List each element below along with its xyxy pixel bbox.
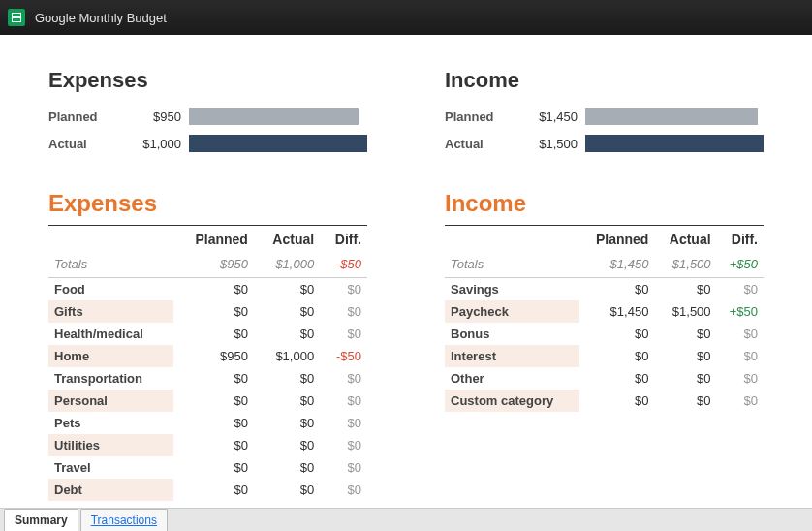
divider: [48, 225, 367, 226]
table-row[interactable]: Transportation$0$0$0: [48, 367, 367, 390]
row-diff: $0: [717, 345, 764, 367]
row-diff: $0: [717, 367, 764, 390]
table-row[interactable]: Home$950$1,000-$50: [48, 345, 367, 367]
row-planned: $0: [173, 300, 254, 323]
table-row[interactable]: Debt$0$0$0: [48, 479, 367, 501]
row-label: Other: [445, 367, 579, 390]
row-label: Gifts: [48, 300, 173, 323]
income-actual-value: $1,500: [532, 137, 585, 151]
table-row[interactable]: Personal$0$0$0: [48, 390, 367, 412]
income-bar-title: Income: [445, 68, 764, 93]
income-actual-label: Actual: [445, 137, 532, 151]
left-column: Expenses Planned $950 Actual $1,000 Expe…: [48, 68, 367, 501]
table-row[interactable]: Other$0$0$0: [445, 367, 764, 390]
window-title: Google Monthly Budget: [35, 11, 167, 25]
table-row[interactable]: Utilities$0$0$0: [48, 434, 367, 456]
row-actual: $0: [254, 479, 320, 501]
income-actual-row: Actual $1,500: [445, 132, 764, 155]
totals-planned: $1,450: [579, 253, 655, 278]
expenses-planned-row: Planned $950: [48, 105, 367, 128]
tab-transactions[interactable]: Transactions: [80, 509, 168, 531]
table-row[interactable]: Interest$0$0$0: [445, 345, 764, 367]
content-area: Expenses Planned $950 Actual $1,000 Expe…: [0, 35, 812, 501]
right-column: Income Planned $1,450 Actual $1,500 Inco…: [445, 68, 764, 501]
row-diff: $0: [320, 412, 367, 434]
row-label: Bonus: [445, 323, 579, 345]
row-actual: $0: [254, 434, 320, 456]
row-actual: $0: [254, 278, 320, 301]
blank-header: [48, 228, 173, 253]
row-actual: $0: [254, 390, 320, 412]
income-header-diff: Diff.: [717, 228, 764, 253]
row-diff: $0: [320, 323, 367, 345]
expenses-table-title: Expenses: [48, 190, 367, 217]
divider: [445, 225, 764, 226]
totals-diff: -$50: [320, 253, 367, 278]
row-actual: $0: [254, 412, 320, 434]
income-header-row: Planned Actual Diff.: [445, 228, 764, 253]
totals-planned: $950: [173, 253, 254, 278]
table-row[interactable]: Pets$0$0$0: [48, 412, 367, 434]
totals-row: Totals$1,450$1,500+$50: [445, 253, 764, 278]
table-row[interactable]: Gifts$0$0$0: [48, 300, 367, 323]
row-label: Debt: [48, 479, 173, 501]
income-planned-track: [585, 108, 764, 125]
row-diff: $0: [320, 300, 367, 323]
income-planned-label: Planned: [445, 109, 532, 124]
sheets-icon: [8, 9, 25, 26]
table-row[interactable]: Paycheck$1,450$1,500+$50: [445, 300, 764, 323]
totals-actual: $1,000: [254, 253, 320, 278]
row-planned: $0: [173, 456, 254, 479]
row-diff: $0: [717, 323, 764, 345]
income-planned-row: Planned $1,450: [445, 105, 764, 128]
income-table-title: Income: [445, 190, 764, 217]
row-planned: $0: [173, 390, 254, 412]
row-actual: $1,000: [254, 345, 320, 367]
totals-label: Totals: [445, 253, 579, 278]
expenses-planned-label: Planned: [48, 109, 136, 124]
expenses-actual-value: $1,000: [136, 137, 189, 151]
row-planned: $0: [579, 390, 655, 412]
table-row[interactable]: Travel$0$0$0: [48, 456, 367, 479]
table-row[interactable]: Bonus$0$0$0: [445, 323, 764, 345]
row-label: Custom category: [445, 390, 579, 412]
row-label: Interest: [445, 345, 579, 367]
expenses-actual-track: [189, 135, 367, 152]
row-diff: $0: [320, 278, 367, 301]
row-actual: $0: [254, 323, 320, 345]
titlebar: Google Monthly Budget: [0, 0, 812, 35]
row-actual: $0: [254, 300, 320, 323]
income-actual-bar: [585, 135, 764, 152]
row-diff: $0: [717, 390, 764, 412]
row-diff: $0: [320, 456, 367, 479]
table-row[interactable]: Health/medical$0$0$0: [48, 323, 367, 345]
row-actual: $0: [654, 390, 716, 412]
row-diff: $0: [320, 390, 367, 412]
row-actual: $0: [654, 323, 716, 345]
row-planned: $0: [173, 278, 254, 301]
totals-actual: $1,500: [654, 253, 716, 278]
row-planned: $0: [579, 345, 655, 367]
row-actual: $0: [254, 456, 320, 479]
row-diff: +$50: [717, 300, 764, 323]
table-row[interactable]: Food$0$0$0: [48, 278, 367, 301]
table-row[interactable]: Custom category$0$0$0: [445, 390, 764, 412]
income-table: Planned Actual Diff. Totals$1,450$1,500+…: [445, 228, 764, 412]
expenses-header-diff: Diff.: [320, 228, 367, 253]
row-label: Travel: [48, 456, 173, 479]
totals-row: Totals$950$1,000-$50: [48, 253, 367, 278]
blank-header: [445, 228, 579, 253]
expenses-header-planned: Planned: [173, 228, 254, 253]
row-label: Paycheck: [445, 300, 579, 323]
row-actual: $0: [654, 345, 716, 367]
expenses-header-row: Planned Actual Diff.: [48, 228, 367, 253]
tab-summary[interactable]: Summary: [4, 509, 78, 531]
expenses-table: Planned Actual Diff. Totals$950$1,000-$5…: [48, 228, 367, 501]
row-diff: $0: [320, 479, 367, 501]
row-actual: $0: [654, 367, 716, 390]
row-label: Utilities: [48, 434, 173, 456]
row-diff: -$50: [320, 345, 367, 367]
row-planned: $0: [579, 278, 655, 301]
expenses-bar-title: Expenses: [48, 68, 367, 93]
table-row[interactable]: Savings$0$0$0: [445, 278, 764, 301]
